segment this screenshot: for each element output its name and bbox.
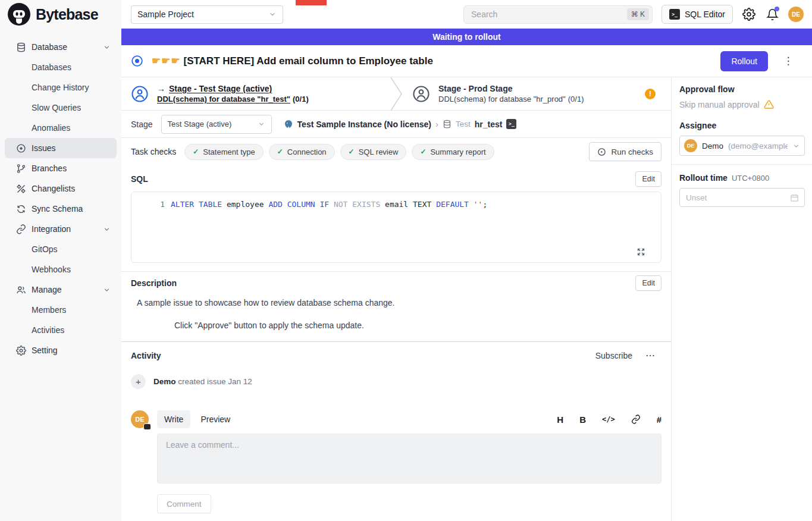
assignee-avatar: DE bbox=[684, 139, 697, 152]
sql-edit-button[interactable]: Edit bbox=[635, 171, 661, 187]
sidebar-item-change-history[interactable]: Change History bbox=[5, 77, 117, 98]
topbar-main: Sample Project ⌘ K >_ SQL Editor bbox=[121, 0, 812, 29]
search-shortcut: ⌘ K bbox=[627, 8, 649, 20]
rollout-time-input[interactable]: Unset bbox=[679, 188, 805, 207]
sidebar-item-manage[interactable]: Manage bbox=[5, 280, 117, 300]
recording-indicator-fragment bbox=[296, 0, 327, 5]
run-checks-button[interactable]: Run checks bbox=[589, 142, 661, 161]
rollout-button[interactable]: Rollout bbox=[720, 51, 768, 71]
assignee-title: Assignee bbox=[679, 121, 805, 130]
tab-write[interactable]: Write bbox=[157, 410, 190, 428]
activity-label: Activity bbox=[131, 351, 161, 360]
play-circle-icon bbox=[597, 147, 606, 156]
stage-person-icon bbox=[412, 85, 430, 103]
chevron-down-icon bbox=[103, 286, 111, 294]
sidebar-item-webhooks[interactable]: Webhooks bbox=[5, 259, 117, 280]
pointer-emoji: ☛☛☛ bbox=[152, 55, 181, 67]
assignee-select[interactable]: DE Demo (demo@example bbox=[679, 136, 805, 156]
sidebar-item-changelists[interactable]: Changelists bbox=[5, 178, 117, 199]
activity-entry: + Demo created issue Jan 12 bbox=[131, 374, 661, 389]
link-icon[interactable] bbox=[631, 415, 641, 424]
sidebar-item-issues[interactable]: Issues bbox=[5, 138, 117, 158]
chevron-down-icon bbox=[792, 142, 800, 150]
sql-label: SQL bbox=[131, 174, 148, 184]
sidebar-item-gitops[interactable]: GitOps bbox=[5, 239, 117, 259]
topbar-right: ⌘ K >_ SQL Editor DE bbox=[463, 5, 804, 24]
expand-icon[interactable] bbox=[637, 247, 645, 256]
search-box[interactable]: ⌘ K bbox=[463, 5, 653, 24]
issue-title: ☛☛☛ [START HERE] Add email column to Emp… bbox=[152, 55, 433, 67]
task-checks-row: Task checks ✓Statement type ✓Connection … bbox=[121, 138, 671, 165]
open-sql-editor-icon[interactable]: >_ bbox=[506, 119, 516, 129]
sync-refresh-icon bbox=[15, 203, 26, 214]
check-pill-sql-review[interactable]: ✓SQL review bbox=[340, 144, 407, 160]
sidebar: Database Databases Change History Slow Q… bbox=[0, 29, 121, 521]
description-line: A sample issue to showcase how to review… bbox=[137, 298, 661, 307]
instance-name[interactable]: Test Sample Instance (No license) bbox=[297, 120, 431, 129]
section-divider bbox=[121, 341, 671, 342]
branch-icon bbox=[15, 163, 26, 174]
settings-gear-icon[interactable] bbox=[742, 7, 756, 21]
stage-card-prod[interactable]: Stage - Prod Stage DDL(schema) for datab… bbox=[403, 77, 671, 110]
description-edit-button[interactable]: Edit bbox=[635, 275, 661, 291]
sidebar-item-database[interactable]: Database bbox=[5, 37, 117, 57]
sidebar-item-databases[interactable]: Databases bbox=[5, 57, 117, 77]
users-icon bbox=[15, 284, 26, 295]
sidebar-item-activities[interactable]: Activities bbox=[5, 320, 117, 340]
activity-head: Activity Subscribe ⋯ bbox=[121, 350, 671, 361]
comment-input[interactable] bbox=[157, 434, 661, 484]
notifications-bell-icon[interactable] bbox=[765, 7, 779, 21]
task-checks-label: Task checks bbox=[131, 147, 176, 156]
user-avatar[interactable]: DE bbox=[788, 7, 804, 22]
comment-submit-button[interactable]: Comment bbox=[157, 494, 211, 513]
description-head: Description Edit bbox=[121, 275, 671, 291]
stage-select[interactable]: Test Stage (active) bbox=[161, 115, 272, 134]
check-pill-connection[interactable]: ✓Connection bbox=[269, 144, 335, 160]
comment-avatar: DE bbox=[131, 410, 149, 428]
sql-code-line: ALTER TABLE employee ADD COLUMN IF NOT E… bbox=[171, 200, 487, 262]
database-cylinder-icon bbox=[443, 120, 452, 128]
sidebar-item-slow-queries[interactable]: Slow Queries bbox=[5, 98, 117, 118]
warning-triangle-icon bbox=[764, 99, 774, 109]
check-pill-summary-report[interactable]: ✓Summary report bbox=[412, 144, 494, 160]
sql-editor[interactable]: 1 ALTER TABLE employee ADD COLUMN IF NOT… bbox=[131, 192, 661, 263]
tab-preview[interactable]: Preview bbox=[193, 410, 237, 428]
issue-main: →Stage - Test Stage (active) DDL(schema)… bbox=[121, 77, 671, 521]
chat-bubble-icon bbox=[143, 423, 151, 430]
sidebar-item-setting[interactable]: Setting bbox=[5, 340, 117, 360]
hash-icon[interactable]: # bbox=[657, 415, 661, 425]
stage-label: Stage bbox=[131, 120, 153, 129]
project-select[interactable]: Sample Project bbox=[131, 5, 283, 24]
description-body: A sample issue to showcase how to review… bbox=[121, 291, 671, 330]
database-name[interactable]: hr_test bbox=[475, 120, 503, 129]
sidebar-item-members[interactable]: Members bbox=[5, 300, 117, 320]
sidebar-item-sync-schema[interactable]: Sync Schema bbox=[5, 199, 117, 219]
check-icon: ✓ bbox=[349, 147, 355, 156]
kebab-menu-icon[interactable]: ⋮ bbox=[781, 54, 795, 68]
description-label: Description bbox=[131, 278, 177, 288]
stage-card-test[interactable]: →Stage - Test Stage (active) DDL(schema)… bbox=[121, 77, 390, 110]
sidebar-item-branches[interactable]: Branches bbox=[5, 158, 117, 178]
notification-dot bbox=[775, 7, 779, 11]
panel-divider bbox=[672, 164, 812, 165]
bold-icon[interactable]: B bbox=[579, 415, 586, 425]
stage-select-row: Stage Test Stage (active) Test Sample In… bbox=[121, 111, 671, 138]
sql-editor-button[interactable]: >_ SQL Editor bbox=[661, 5, 733, 24]
logo[interactable]: Bytebase bbox=[0, 0, 121, 29]
issue-icon bbox=[15, 143, 26, 153]
more-menu-icon[interactable]: ⋯ bbox=[645, 350, 656, 361]
subscribe-button[interactable]: Subscribe bbox=[595, 351, 632, 360]
check-icon: ✓ bbox=[193, 147, 199, 156]
sidebar-item-anomalies[interactable]: Anomalies bbox=[5, 118, 117, 138]
sql-section-head: SQL Edit bbox=[121, 171, 671, 187]
heading-icon[interactable]: H bbox=[557, 415, 563, 425]
warning-icon: ! bbox=[645, 89, 656, 99]
approval-flow-title: Approval flow bbox=[679, 84, 805, 94]
sidebar-item-integration[interactable]: Integration bbox=[5, 219, 117, 239]
postgres-icon bbox=[284, 120, 293, 129]
check-pill-statement-type[interactable]: ✓Statement type bbox=[184, 144, 264, 160]
pencil-ruler-icon bbox=[15, 183, 26, 194]
search-input[interactable] bbox=[471, 10, 627, 19]
code-icon[interactable]: </> bbox=[602, 415, 615, 423]
database-icon bbox=[15, 42, 26, 52]
